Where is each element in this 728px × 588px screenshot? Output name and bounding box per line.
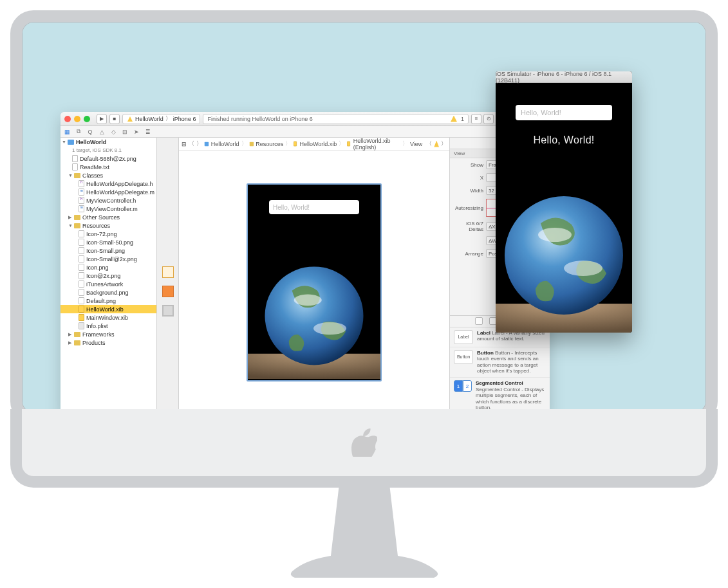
label-icon: Label bbox=[454, 330, 473, 344]
nav-fwd-icon[interactable]: 〉 bbox=[196, 140, 202, 148]
file-item[interactable]: Icon-Small@2x.png bbox=[61, 255, 156, 263]
simulator-textfield[interactable]: Hello, World! bbox=[516, 105, 612, 120]
stop-button[interactable]: ■ bbox=[109, 114, 120, 124]
project-subtitle: 1 target, iOS SDK 8.1 bbox=[61, 146, 156, 154]
simulator-label: Hello, World! bbox=[533, 134, 594, 146]
segmented-control-icon: 12 bbox=[454, 380, 472, 411]
folder-resources[interactable]: ▼Resources bbox=[61, 221, 156, 230]
files-owner-icon[interactable] bbox=[162, 266, 174, 278]
nav-back-icon[interactable]: 〈 bbox=[189, 140, 194, 148]
find-navigator-icon[interactable]: Q bbox=[86, 128, 94, 136]
nav-fwd2-icon[interactable]: 〉 bbox=[441, 140, 447, 148]
close-icon[interactable] bbox=[64, 116, 71, 122]
svg-point-5 bbox=[505, 196, 623, 315]
simulator-background bbox=[496, 146, 632, 333]
navigator-selector-bar: ▦ ⧉ Q △ ◇ ⊟ ➤ ≣ bbox=[61, 126, 550, 138]
imac-screen: ▶ ■ HelloWorld 〉 iPhone 6 Finished runni… bbox=[10, 10, 718, 425]
ib-canvas[interactable]: Hello, World! bbox=[179, 151, 449, 414]
warning-icon[interactable] bbox=[434, 141, 439, 147]
file-item[interactable]: Default.png bbox=[61, 297, 156, 305]
nav-back2-icon[interactable]: 〈 bbox=[426, 140, 432, 148]
project-navigator-icon[interactable]: ▦ bbox=[63, 128, 71, 136]
ios-simulator-window[interactable]: iOS Simulator - iPhone 6 - iPhone 6 / iO… bbox=[496, 71, 632, 333]
imac-stand bbox=[288, 479, 440, 582]
file-item[interactable]: Icon.png bbox=[61, 263, 156, 271]
history-back-icon[interactable]: ⊟ bbox=[182, 141, 187, 147]
apple-logo-icon bbox=[351, 428, 377, 457]
warning-count[interactable]: 1 bbox=[461, 116, 464, 122]
warning-icon[interactable] bbox=[451, 116, 457, 122]
first-responder-icon[interactable] bbox=[162, 286, 174, 297]
file-item[interactable]: HelloWorldAppDelegate.m bbox=[61, 188, 156, 196]
file-item[interactable]: Icon-Small.png bbox=[61, 246, 156, 255]
status-text: Finished running HelloWorld on iPhone 6 bbox=[207, 116, 312, 122]
view-object-icon[interactable] bbox=[162, 305, 174, 317]
svg-point-3 bbox=[313, 322, 346, 335]
background-image bbox=[248, 214, 380, 380]
file-item-selected[interactable]: HelloWorld.xib bbox=[61, 305, 156, 313]
textfield-placeholder[interactable]: Hello, World! bbox=[269, 200, 359, 214]
earth-image-icon bbox=[248, 245, 380, 380]
folder-frameworks[interactable]: ▶Frameworks bbox=[61, 330, 156, 338]
traffic-lights bbox=[64, 116, 90, 122]
zoom-icon[interactable] bbox=[84, 116, 90, 122]
svg-point-2 bbox=[294, 295, 322, 306]
ib-view[interactable]: Hello, World! bbox=[247, 183, 382, 381]
svg-point-7 bbox=[564, 261, 602, 276]
svg-point-6 bbox=[538, 228, 572, 242]
issue-navigator-icon[interactable]: △ bbox=[98, 128, 106, 136]
debug-navigator-icon[interactable]: ⊟ bbox=[121, 128, 129, 136]
xcode-window: ▶ ■ HelloWorld 〉 iPhone 6 Finished runni… bbox=[61, 112, 550, 414]
library-item-button[interactable]: Button Button Button - Intercepts touch … bbox=[450, 347, 550, 378]
scheme-device: iPhone 6 bbox=[173, 116, 196, 122]
file-item[interactable]: Default-568h@2x.png bbox=[61, 154, 156, 163]
project-name: HelloWorld bbox=[76, 139, 106, 145]
file-item[interactable]: iTunesArtwork bbox=[61, 280, 156, 288]
test-navigator-icon[interactable]: ◇ bbox=[109, 128, 117, 136]
breakpoint-navigator-icon[interactable]: ➤ bbox=[133, 128, 140, 136]
scheme-selector[interactable]: HelloWorld 〉 iPhone 6 bbox=[122, 114, 200, 124]
warning-icon bbox=[127, 116, 133, 122]
file-template-lib-icon[interactable] bbox=[475, 317, 483, 325]
file-item[interactable]: Icon-Small-50.png bbox=[61, 238, 156, 246]
minimize-icon[interactable] bbox=[74, 116, 80, 122]
run-button[interactable]: ▶ bbox=[97, 114, 107, 124]
earth-image-icon bbox=[496, 178, 632, 333]
activity-status: Finished running HelloWorld on iPhone 6 … bbox=[203, 114, 469, 124]
editor-standard-button[interactable]: ≡ bbox=[471, 114, 481, 124]
file-item[interactable]: ReadMe.txt bbox=[61, 163, 156, 171]
document-outline[interactable] bbox=[157, 138, 179, 414]
button-icon: Button bbox=[454, 350, 473, 364]
file-item[interactable]: MainWindow.xib bbox=[61, 313, 156, 322]
scheme-project: HelloWorld bbox=[135, 116, 163, 122]
folder-classes[interactable]: ▼Classes bbox=[61, 171, 156, 179]
project-root[interactable]: ▼ HelloWorld bbox=[61, 138, 156, 146]
file-item[interactable]: MyViewController.h bbox=[61, 196, 156, 205]
breadcrumb[interactable]: ⊟ 〈 〉 HelloWorld〉 Resources〉 HelloWorld.… bbox=[179, 138, 449, 151]
xcode-titlebar[interactable]: ▶ ■ HelloWorld 〉 iPhone 6 Finished runni… bbox=[61, 112, 550, 126]
file-item[interactable]: MyViewController.m bbox=[61, 205, 156, 213]
file-item[interactable]: Icon@2x.png bbox=[61, 271, 156, 280]
symbol-navigator-icon[interactable]: ⧉ bbox=[75, 128, 82, 136]
file-item[interactable]: HelloWorldAppDelegate.h bbox=[61, 179, 156, 188]
folder-other-sources[interactable]: ▶Other Sources bbox=[61, 213, 156, 221]
imac-chin bbox=[10, 409, 718, 488]
svg-point-1 bbox=[265, 266, 363, 365]
editor-area: ⊟ 〈 〉 HelloWorld〉 Resources〉 HelloWorld.… bbox=[179, 138, 449, 414]
simulator-titlebar[interactable]: iOS Simulator - iPhone 6 - iPhone 6 / iO… bbox=[496, 71, 632, 83]
file-item[interactable]: Info.plist bbox=[61, 322, 156, 330]
file-item[interactable]: Icon-72.png bbox=[61, 230, 156, 238]
folder-products[interactable]: ▶Products bbox=[61, 338, 156, 347]
project-navigator[interactable]: ▼ HelloWorld 1 target, iOS SDK 8.1 Defau… bbox=[61, 138, 157, 414]
file-item[interactable]: Background.png bbox=[61, 288, 156, 297]
report-navigator-icon[interactable]: ≣ bbox=[144, 128, 152, 136]
editor-assistant-button[interactable]: ⊙ bbox=[483, 114, 494, 124]
